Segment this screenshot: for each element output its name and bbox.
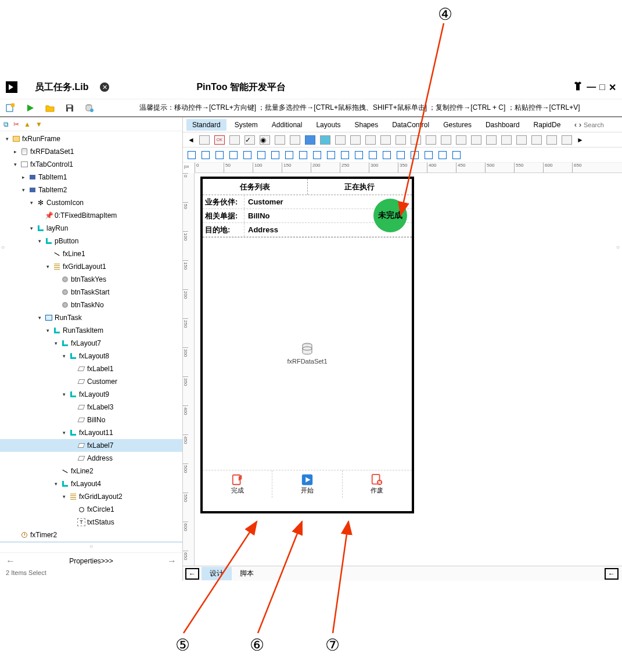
- db-sync-icon[interactable]: [85, 103, 94, 113]
- new-icon[interactable]: [6, 103, 15, 113]
- palette-tab[interactable]: Additional: [266, 119, 308, 131]
- palette-item[interactable]: [350, 135, 361, 145]
- tree-node[interactable]: ▾fxLayout8: [0, 350, 182, 362]
- component-tree[interactable]: ▾fxRunFrame▸fxRFDataSet1▾fxTabControl1▸T…: [0, 131, 182, 542]
- palette-item[interactable]: [501, 135, 512, 145]
- tree-node[interactable]: ▾fxRunFrame: [0, 132, 182, 145]
- tree-node[interactable]: ▾layRun: [0, 222, 182, 235]
- tree-node[interactable]: BillNo: [0, 414, 182, 426]
- palette-item[interactable]: [471, 135, 481, 145]
- palette-prev-icon[interactable]: ‹: [574, 121, 577, 129]
- align-icon[interactable]: [341, 151, 349, 159]
- script-tab[interactable]: 脚本: [232, 567, 262, 580]
- palette-item[interactable]: [486, 135, 497, 145]
- right-resize-handle[interactable]: ○: [616, 244, 620, 250]
- properties-link[interactable]: Properties>>>: [69, 557, 113, 565]
- tree-node[interactable]: btnTaskStart: [0, 286, 182, 299]
- palette-item[interactable]: ✓: [245, 135, 255, 145]
- maximize-button[interactable]: □: [599, 82, 605, 92]
- align-icon[interactable]: [243, 151, 251, 159]
- tree-node[interactable]: ▸TabItem1: [0, 171, 182, 184]
- nav-fwd-icon[interactable]: ►: [577, 136, 584, 144]
- palette-tab[interactable]: Dashboard: [480, 119, 526, 131]
- device-tab-tasklist[interactable]: 任务列表: [203, 179, 308, 195]
- palette-item[interactable]: ◉: [260, 135, 270, 145]
- tree-node[interactable]: ▾fxLayout11: [0, 426, 182, 439]
- copy-icon[interactable]: ⧉: [3, 120, 9, 128]
- run-icon[interactable]: [26, 103, 35, 113]
- tree-node[interactable]: ▾RunTaskItem: [0, 324, 182, 337]
- close-button[interactable]: ✕: [609, 82, 616, 93]
- tree-node[interactable]: ▾fxLayout4: [0, 477, 182, 490]
- tree-node[interactable]: ▾TabItem2: [0, 184, 182, 196]
- palette-item[interactable]: [365, 135, 376, 145]
- open-icon[interactable]: [45, 103, 55, 113]
- palette-tab[interactable]: Layouts: [310, 119, 346, 131]
- align-icon[interactable]: [215, 151, 224, 159]
- panel-resize-handle[interactable]: ○: [0, 542, 182, 553]
- tree-node[interactable]: ▾✻CustomIcon: [0, 196, 182, 209]
- tree-node[interactable]: fxLabel3: [0, 401, 182, 414]
- align-icon[interactable]: [355, 151, 363, 159]
- tree-node[interactable]: fxLine2: [0, 465, 182, 477]
- collapse-left-icon[interactable]: ←: [185, 568, 199, 580]
- palette-item[interactable]: [516, 135, 527, 145]
- collapse-right-icon[interactable]: ←: [605, 568, 619, 580]
- palette-item[interactable]: [396, 135, 406, 145]
- align-icon[interactable]: [257, 151, 265, 159]
- palette-item[interactable]: [547, 135, 557, 145]
- left-resize-handle[interactable]: ○: [1, 244, 5, 250]
- palette-item[interactable]: [320, 135, 330, 145]
- palette-item[interactable]: OK: [214, 135, 225, 145]
- tree-node[interactable]: fxLabel7: [0, 439, 182, 452]
- tree-node[interactable]: ▾fxLayout7: [0, 337, 182, 350]
- palette-item[interactable]: [290, 135, 300, 145]
- tree-node[interactable]: 📌0:TFixedBitmapItem: [0, 209, 182, 222]
- complete-button[interactable]: 完成: [203, 470, 272, 498]
- palette-item[interactable]: [411, 135, 421, 145]
- palette-item[interactable]: [275, 135, 285, 145]
- palette-item[interactable]: [305, 135, 315, 145]
- device-frame[interactable]: 任务列表 正在执行 业务伙伴: Customer 相关单据: BillNo 目的…: [200, 177, 414, 513]
- tree-node[interactable]: btnTaskYes: [0, 273, 182, 286]
- status-badge[interactable]: 未完成: [373, 199, 407, 232]
- save-icon[interactable]: [65, 103, 74, 113]
- align-icon[interactable]: [438, 151, 447, 159]
- start-button[interactable]: 开始: [272, 470, 342, 498]
- palette-search-input[interactable]: [584, 121, 619, 128]
- align-icon[interactable]: [285, 151, 293, 159]
- align-icon[interactable]: [327, 151, 335, 159]
- palette-next-icon[interactable]: ›: [579, 121, 581, 129]
- palette-tab[interactable]: RapidDe: [528, 119, 567, 131]
- design-tab[interactable]: 设计: [202, 567, 232, 580]
- align-icon[interactable]: [188, 151, 196, 159]
- align-icon[interactable]: [202, 151, 210, 159]
- palette-item[interactable]: [335, 135, 346, 145]
- design-canvas[interactable]: px 0501001502002503003504004505005506006…: [183, 163, 622, 581]
- prev-icon[interactable]: ←: [6, 556, 15, 566]
- align-icon[interactable]: [425, 151, 433, 159]
- device-tab-running[interactable]: 正在执行: [308, 179, 412, 195]
- align-icon[interactable]: [397, 151, 405, 159]
- tree-node[interactable]: ▾fxTabControl1: [0, 158, 182, 171]
- minimize-button[interactable]: —: [587, 82, 596, 92]
- tree-node[interactable]: ▾fxGridLayout2: [0, 490, 182, 503]
- align-icon[interactable]: [299, 151, 307, 159]
- tree-node[interactable]: fxTimer2: [0, 529, 182, 541]
- tree-node[interactable]: ▾RunTask: [0, 311, 182, 324]
- tree-node[interactable]: ▾pButton: [0, 235, 182, 247]
- palette-item[interactable]: [456, 135, 466, 145]
- align-icon[interactable]: [411, 151, 419, 159]
- tree-node[interactable]: Customer: [0, 375, 182, 388]
- align-icon[interactable]: [313, 151, 321, 159]
- palette-item[interactable]: [199, 135, 210, 145]
- palette-tab[interactable]: System: [229, 119, 264, 131]
- tree-node[interactable]: ▸fxRFDataSet1: [0, 145, 182, 158]
- next-icon[interactable]: →: [167, 556, 177, 566]
- palette-item[interactable]: [380, 135, 391, 145]
- align-icon[interactable]: [369, 151, 377, 159]
- up-icon[interactable]: ▲: [24, 120, 31, 128]
- tree-node[interactable]: TtxtStatus: [0, 516, 182, 529]
- align-icon[interactable]: [383, 151, 391, 159]
- tree-node[interactable]: fxLabel1: [0, 362, 182, 375]
